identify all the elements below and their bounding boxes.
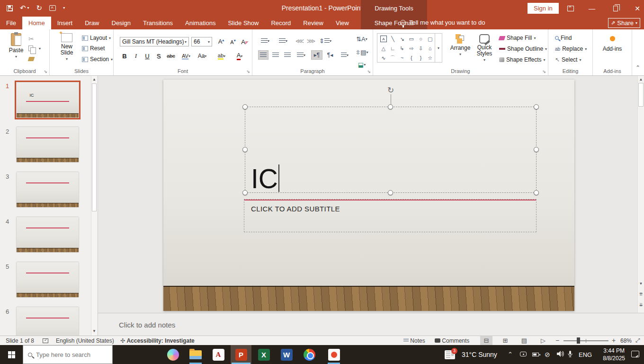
- spellcheck-button[interactable]: [43, 338, 48, 345]
- shape-freeform-icon[interactable]: ⌂: [425, 44, 435, 53]
- section-button[interactable]: Section▾: [82, 56, 113, 63]
- tray-microphone-icon[interactable]: [567, 351, 573, 359]
- fit-to-window-button[interactable]: ⤢: [635, 337, 640, 344]
- slide-thumbnail-panel[interactable]: 1 IC 2 3 4 5 6 ▲: [0, 76, 98, 336]
- shape-line-icon[interactable]: ╲: [388, 34, 398, 44]
- taskbar-file-explorer-button[interactable]: [185, 345, 206, 364]
- select-button[interactable]: ↖Select▾: [555, 56, 581, 63]
- shape-arc-icon[interactable]: ⌒: [388, 53, 398, 63]
- thumbnail-scrollbar-thumb[interactable]: [92, 83, 97, 211]
- tray-network-icon[interactable]: ⊘: [545, 351, 550, 358]
- cut-button[interactable]: ✂: [28, 35, 34, 43]
- shape-triangle-icon[interactable]: △: [379, 44, 388, 53]
- shape-textbox-icon[interactable]: A: [380, 36, 387, 42]
- align-text-button[interactable]: ⇳▤▾: [354, 47, 370, 57]
- language-indicator[interactable]: English (United States): [56, 337, 114, 344]
- reset-button[interactable]: Reset: [82, 45, 105, 52]
- shape-arrow-icon[interactable]: ↘: [397, 34, 407, 44]
- shape-rounded-rectangle-icon[interactable]: ▢: [425, 34, 435, 44]
- font-dialog-launcher[interactable]: ⇘: [246, 69, 250, 74]
- tell-me-box[interactable]: Tell me what you want to do: [400, 19, 485, 26]
- shape-scribble-icon[interactable]: ∿: [379, 53, 388, 63]
- subtitle-placeholder[interactable]: CLICK TO ADD SUBTITLE: [244, 199, 537, 232]
- tab-view[interactable]: View: [330, 17, 355, 29]
- scroll-up-icon[interactable]: ▲: [638, 77, 644, 82]
- shape-right-brace-icon[interactable]: }: [416, 53, 426, 63]
- shape-elbow-connector-icon[interactable]: ∟: [388, 44, 398, 53]
- align-left-button[interactable]: [258, 50, 268, 60]
- add-ins-button[interactable]: Add-ins: [600, 36, 624, 52]
- text-direction-rtl-button[interactable]: ¶◂: [324, 50, 336, 60]
- convert-smartart-button[interactable]: ⬓▾: [354, 60, 370, 69]
- taskbar-chrome-button[interactable]: [299, 345, 320, 364]
- shape-rectangle-icon[interactable]: ▭: [407, 34, 416, 44]
- sign-in-button[interactable]: Sign in: [528, 3, 559, 14]
- align-right-button[interactable]: [282, 50, 293, 60]
- shape-elbow-arrow-icon[interactable]: ↳: [397, 44, 407, 53]
- tab-home[interactable]: Home: [22, 17, 51, 29]
- tab-design[interactable]: Design: [106, 17, 137, 29]
- quick-styles-button[interactable]: Quick Styles ▾: [473, 34, 496, 63]
- news-weather-button[interactable]: 3: [440, 345, 459, 364]
- decrease-indent-button[interactable]: ⋘: [295, 36, 304, 46]
- taskbar-copilot-button[interactable]: [162, 345, 183, 364]
- ribbon-display-options-button[interactable]: [560, 0, 581, 17]
- resize-handle-top-right[interactable]: [534, 104, 539, 109]
- slide-thumbnail-3[interactable]: [17, 172, 79, 207]
- italic-button[interactable]: I: [132, 51, 140, 61]
- arrange-button[interactable]: Arrange ▾: [449, 34, 472, 57]
- justify-button[interactable]: ▾: [294, 50, 308, 60]
- font-color-button[interactable]: A▾: [232, 51, 247, 61]
- taskbar-autocad-button[interactable]: A: [208, 345, 229, 364]
- main-scrollbar[interactable]: ▲ ▼ ⇈ ⇊: [637, 76, 644, 313]
- tab-insert[interactable]: Insert: [51, 17, 79, 29]
- resize-handle-bottom-right[interactable]: [534, 190, 539, 195]
- previous-slide-button[interactable]: ⇈: [638, 292, 644, 297]
- slide-thumbnail-4[interactable]: [17, 217, 79, 252]
- tab-file[interactable]: File: [0, 17, 22, 29]
- bold-button[interactable]: B: [120, 51, 129, 61]
- taskbar-excel-button[interactable]: X: [253, 345, 274, 364]
- tab-slide-show[interactable]: Slide Show: [222, 17, 265, 29]
- resize-handle-bottom[interactable]: [388, 190, 393, 195]
- increase-indent-button[interactable]: ⋙: [306, 36, 316, 46]
- close-button[interactable]: ✕: [627, 0, 644, 17]
- font-size-combobox[interactable]: 66 ▾: [191, 37, 212, 46]
- thumbnail-scrollbar[interactable]: ▲ ▼: [91, 76, 97, 336]
- weather-label[interactable]: 31°C Sunny: [462, 351, 497, 358]
- shape-curve-icon[interactable]: ~: [397, 53, 407, 63]
- align-center-button[interactable]: [270, 50, 281, 60]
- slide-canvas[interactable]: ↻ IC CLICK TO ADD SUBTITLE: [163, 80, 574, 311]
- new-slide-button[interactable]: New Slide ▾: [54, 33, 79, 62]
- title-text[interactable]: IC: [251, 164, 279, 193]
- slide-thumbnail-5[interactable]: [17, 262, 79, 297]
- character-spacing-button[interactable]: AV▾: [179, 51, 193, 61]
- shape-down-arrow-icon[interactable]: ⇩: [416, 44, 426, 53]
- tab-review[interactable]: Review: [297, 17, 330, 29]
- tab-record[interactable]: Record: [265, 17, 297, 29]
- notes-pane[interactable]: Click to add notes: [98, 313, 644, 336]
- resize-handle-right[interactable]: [534, 147, 539, 152]
- font-name-combobox[interactable]: Gill Sans MT (Headings) ▾: [120, 37, 189, 46]
- numbering-button[interactable]: ▾: [277, 36, 289, 46]
- zoom-out-button[interactable]: −: [555, 337, 559, 344]
- reading-view-button[interactable]: ▤: [518, 336, 530, 345]
- accessibility-button[interactable]: ✣ Accessibility: Investigate: [120, 337, 195, 344]
- scroll-up-icon[interactable]: ▲: [91, 77, 97, 82]
- slide-thumbnail-2[interactable]: [17, 127, 79, 162]
- start-button[interactable]: [0, 345, 23, 364]
- shape-oval-icon[interactable]: ○: [416, 34, 426, 44]
- grow-font-button[interactable]: A▴: [216, 37, 226, 46]
- shape-effects-button[interactable]: Shape Effects▾: [499, 56, 546, 63]
- shrink-font-button[interactable]: A▾: [228, 37, 238, 46]
- taskbar-ocam-button[interactable]: [323, 345, 344, 364]
- text-direction-button[interactable]: ⇅A▾: [354, 34, 370, 44]
- normal-view-button[interactable]: ⊟: [480, 336, 492, 345]
- rotation-handle[interactable]: ↻: [386, 86, 395, 95]
- slide-thumbnail-6[interactable]: [17, 307, 79, 336]
- tray-screen-record-icon[interactable]: [520, 351, 527, 358]
- format-painter-button[interactable]: [28, 57, 34, 61]
- scroll-down-icon[interactable]: ▼: [91, 329, 97, 333]
- taskbar-powerpoint-button[interactable]: P: [231, 345, 251, 364]
- taskbar-word-button[interactable]: W: [276, 345, 297, 364]
